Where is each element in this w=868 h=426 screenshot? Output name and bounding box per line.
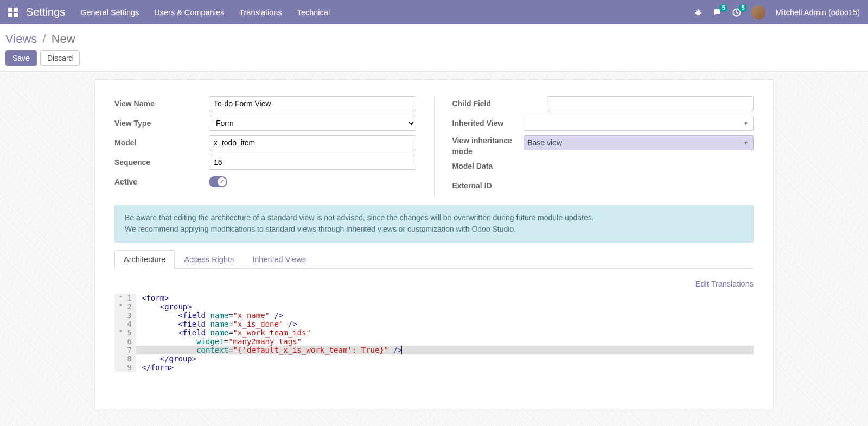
chat-icon[interactable]: 5 <box>712 8 722 17</box>
input-sequence[interactable] <box>209 155 416 170</box>
label-model-data: Model Data <box>452 162 547 170</box>
form-sheet: View Name View Type Form Model Sequence <box>94 79 774 410</box>
code-gutter[interactable]: 1 <box>114 294 136 302</box>
code-line[interactable]: </group> <box>136 354 754 363</box>
code-line[interactable]: <group> <box>136 302 754 311</box>
app-brand[interactable]: Settings <box>26 6 65 18</box>
label-view-name: View Name <box>114 99 209 108</box>
apps-icon[interactable] <box>8 8 18 17</box>
breadcrumb-sep: / <box>42 32 46 46</box>
breadcrumb-views[interactable]: Views <box>5 32 37 46</box>
code-line[interactable]: </form> <box>136 363 754 372</box>
control-panel: Views / New Save Discard <box>0 24 868 72</box>
input-child-field[interactable] <box>547 96 754 111</box>
breadcrumb-current: New <box>52 32 75 46</box>
user-menu[interactable]: Mitchell Admin (odoo15) <box>775 8 860 17</box>
code-editor[interactable]: 1<form>2 <group>3 <field name="x_name" /… <box>114 294 754 372</box>
svg-line-4 <box>696 10 697 11</box>
label-inherit-mode: View inheritance mode <box>452 135 524 157</box>
breadcrumb: Views / New <box>5 32 863 46</box>
code-gutter[interactable]: 5 <box>114 328 136 337</box>
svg-point-0 <box>696 11 700 15</box>
chevron-down-icon: ▼ <box>743 140 749 146</box>
bug-icon[interactable] <box>694 8 703 17</box>
nav-translations[interactable]: Translations <box>239 8 282 17</box>
edit-translations-link[interactable]: Edit Translations <box>114 279 754 288</box>
tab-inherited-views[interactable]: Inherited Views <box>243 250 315 269</box>
code-line[interactable]: <field name="x_work_team_ids" <box>136 328 754 337</box>
activity-icon[interactable]: 5 <box>732 8 742 17</box>
code-gutter[interactable]: 3 <box>114 311 136 320</box>
avatar[interactable] <box>751 5 765 20</box>
label-inherited-view: Inherited View <box>452 119 524 128</box>
tab-access-rights[interactable]: Access Rights <box>175 250 243 269</box>
warning-line-2: We recommend applying modifications to s… <box>125 224 743 236</box>
code-gutter[interactable]: 8 <box>114 354 136 363</box>
select-inherited-view[interactable]: ▼ <box>524 116 754 131</box>
code-line[interactable]: context="{'default_x_is_work_team': True… <box>136 346 754 354</box>
svg-line-5 <box>699 10 700 11</box>
label-external-id: External ID <box>452 181 547 190</box>
save-button[interactable]: Save <box>5 50 37 66</box>
label-active: Active <box>114 177 209 186</box>
activity-badge: 5 <box>739 4 748 12</box>
code-gutter[interactable]: 2 <box>114 302 136 311</box>
label-child-field: Child Field <box>452 99 547 108</box>
code-line[interactable]: widget="many2many_tags" <box>136 337 754 346</box>
chevron-down-icon: ▼ <box>743 120 749 126</box>
label-sequence: Sequence <box>114 158 209 167</box>
navbar: Settings General Settings Users & Compan… <box>0 0 868 24</box>
chat-badge: 5 <box>719 4 728 12</box>
tabs: Architecture Access Rights Inherited Vie… <box>114 250 754 269</box>
code-gutter[interactable]: 4 <box>114 320 136 328</box>
nav-technical[interactable]: Technical <box>297 8 330 17</box>
warning-line-1: Be aware that editing the architecture o… <box>125 212 743 224</box>
input-view-name[interactable] <box>209 96 416 111</box>
nav-general-settings[interactable]: General Settings <box>80 8 139 17</box>
discard-button[interactable]: Discard <box>40 50 80 66</box>
select-inherit-mode[interactable]: Base view ▼ <box>524 135 754 150</box>
label-view-type: View Type <box>114 119 209 128</box>
input-model[interactable] <box>209 135 416 150</box>
code-gutter[interactable]: 7 <box>114 346 136 354</box>
warning-alert: Be aware that editing the architecture o… <box>114 205 754 243</box>
code-line[interactable]: <field name="x_name" /> <box>136 311 754 320</box>
code-gutter[interactable]: 9 <box>114 363 136 372</box>
code-gutter[interactable]: 6 <box>114 337 136 346</box>
code-line[interactable]: <form> <box>136 294 754 302</box>
code-line[interactable]: <field name="x_is_done" /> <box>136 320 754 328</box>
nav-menu: General Settings Users & Companies Trans… <box>80 8 330 17</box>
tab-architecture[interactable]: Architecture <box>114 250 175 269</box>
toggle-active[interactable] <box>209 176 227 187</box>
label-model: Model <box>114 138 209 147</box>
nav-users-companies[interactable]: Users & Companies <box>154 8 224 17</box>
select-view-type[interactable]: Form <box>209 116 416 131</box>
